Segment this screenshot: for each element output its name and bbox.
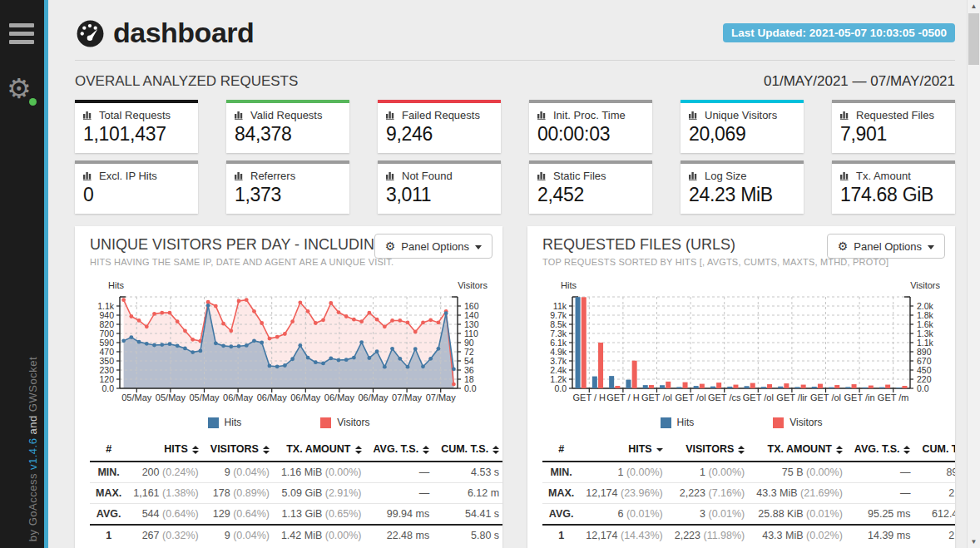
sort-desc-icon [656, 448, 663, 452]
svg-text:6.1k: 6.1k [550, 338, 567, 348]
unique-visitors-chart: 0.00.01201823036350544707259090700110820… [90, 279, 488, 412]
svg-text:06/May: 06/May [223, 392, 254, 402]
column-header-hits[interactable]: HITS [127, 438, 205, 462]
legend-item-hits: Hits [208, 417, 242, 428]
table-cell: 22.48 ms [368, 525, 436, 546]
svg-text:06/May: 06/May [358, 392, 389, 402]
last-updated-badge: Last Updated: 2021-05-07 10:03:05 -0500 [723, 23, 955, 42]
svg-text:2.4k: 2.4k [550, 365, 567, 375]
svg-text:820: 820 [99, 319, 114, 329]
panel-options-button[interactable]: ⚙ Panel Options [827, 234, 945, 259]
sort-icon [263, 446, 270, 454]
table-cell: 9 (0.04%) [205, 462, 275, 483]
metric-label: Static Files [537, 170, 644, 182]
svg-text:120: 120 [99, 374, 114, 384]
settings-gear-icon[interactable]: ⚙ [7, 75, 32, 102]
column-header-avg-t-s-[interactable]: AVG. T.S. [849, 438, 917, 462]
credit-text: by GoAccess v1.4.6 and GWSocket [27, 357, 39, 541]
svg-text:GET /m: GET /m [878, 392, 909, 402]
scrollbar-thumb[interactable] [968, 13, 979, 65]
svg-text:GET /ol: GET /ol [641, 392, 672, 402]
legend-label: Visitors [789, 417, 822, 428]
table-cell: 9 (0.04%) [205, 525, 275, 546]
svg-text:1.1k: 1.1k [97, 301, 115, 311]
svg-text:GET / H: GET / H [573, 392, 606, 402]
svg-text:06/May: 06/May [324, 392, 355, 402]
svg-text:05/May: 05/May [156, 392, 186, 402]
hits-swatch [208, 417, 219, 428]
chevron-down-icon [928, 245, 934, 249]
svg-text:05/May: 05/May [121, 392, 152, 402]
scroll-up-icon[interactable]: ▲ [968, 0, 980, 12]
sort-icon [423, 446, 429, 454]
column-header-visitors[interactable]: VISITORS [205, 438, 275, 462]
table-cell: 612.47 ms [916, 504, 955, 526]
metric-value: 0 [83, 184, 190, 206]
metric-card: Init. Proc. Time00:00:03 [529, 100, 652, 153]
metric-label: Not Found [386, 170, 492, 182]
table-row: MIN.1 (0.00%)1 (0.00%)75 B (0.00%)—89.00… [542, 462, 955, 483]
metric-value: 2,452 [537, 184, 644, 206]
table-cell: 43.3 MiB (21.69%) [750, 483, 849, 504]
table-cell: 12,174 (23.96%) [580, 483, 668, 504]
column-header-avg-t-s-[interactable]: AVG. T.S. [368, 438, 436, 462]
svg-text:0.0: 0.0 [917, 383, 929, 393]
bar-chart-icon [83, 171, 94, 180]
metric-label: Valid Requests [235, 109, 341, 121]
visitors-table: #HITSVISITORSTX. AMOUNTAVG. T.S.CUM. T.S… [90, 438, 502, 546]
metric-card: Static Files2,452 [529, 160, 652, 214]
panel-options-button[interactable]: ⚙ Panel Options [374, 234, 492, 259]
table-row: MIN.200 (0.24%)9 (0.04%)1.16 MiB (0.00%)… [90, 462, 502, 483]
table-cell: 5.09 GiB (2.91%) [275, 483, 368, 504]
column-header--[interactable]: # [90, 438, 127, 462]
row-label: MIN. [542, 462, 580, 483]
table-cell: 1,161 (1.38%) [127, 483, 205, 504]
table-cell: 178 (0.89%) [205, 483, 275, 504]
panel-unique-visitors: UNIQUE VISITORS PER DAY - INCLUDING SPID… [75, 226, 502, 548]
metric-label: Log Size [689, 170, 795, 182]
svg-text:72: 72 [464, 347, 474, 357]
legend-label: Visitors [337, 417, 369, 428]
scroll-down-icon[interactable]: ▼ [968, 536, 980, 548]
panel-options-label: Panel Options [854, 240, 922, 253]
menu-toggle-icon[interactable] [9, 23, 44, 44]
svg-text:4.9k: 4.9k [550, 347, 567, 357]
bar-chart-icon [537, 171, 548, 180]
requested-files-chart: 0.00.01.2k2202.4k4503.7k6704.9k8906.1k1.… [542, 279, 940, 412]
metric-card: Excl. IP Hits0 [75, 160, 198, 214]
svg-text:890: 890 [917, 347, 932, 357]
version-link[interactable]: v1.4.6 [27, 437, 39, 469]
column-header-visitors[interactable]: VISITORS [669, 438, 751, 462]
row-label: AVG. [542, 504, 580, 526]
metric-card: Tx. Amount174.68 GiB [832, 160, 955, 214]
table-cell: — [368, 483, 436, 504]
svg-text:1.3k: 1.3k [917, 328, 934, 338]
metric-value: 1,373 [235, 184, 341, 206]
panel-options-label: Panel Options [401, 240, 469, 253]
scrollbar[interactable]: ▲ ▼ [967, 0, 980, 548]
table-cell: 4.53 s [435, 462, 502, 483]
metric-value: 24.23 MiB [689, 184, 795, 206]
metric-card: Failed Requests9,246 [378, 100, 501, 153]
svg-text:05/May: 05/May [189, 392, 220, 402]
svg-text:590: 590 [99, 338, 114, 348]
requested-files-table: #HITSVISITORSTX. AMOUNTAVG. T.S.CUM. T.S… [542, 438, 955, 546]
column-header-hits[interactable]: HITS [580, 438, 668, 462]
sidebar: ⚙ by GoAccess v1.4.6 and GWSocket [0, 0, 44, 548]
column-header-cum-t-s-[interactable]: CUM. T.S. [916, 438, 955, 462]
column-header--[interactable]: # [542, 438, 580, 462]
svg-text:GET /ol: GET /ol [743, 392, 774, 402]
table-cell: 2.90 m [916, 483, 955, 504]
sort-icon [903, 446, 910, 454]
hits-swatch [661, 417, 671, 428]
table-cell: 89.00 s [916, 462, 955, 483]
column-header-tx-amount[interactable]: TX. AMOUNT [750, 438, 849, 462]
sort-icon [492, 446, 499, 454]
svg-text:GET /ol: GET /ol [810, 392, 841, 402]
column-header-tx-amount[interactable]: TX. AMOUNT [275, 438, 368, 462]
credit-mid: and [27, 412, 39, 437]
column-header-cum-t-s-[interactable]: CUM. T.S. [435, 438, 502, 462]
brand: dashboard [75, 17, 254, 49]
metric-card: Referrers1,373 [226, 160, 349, 214]
credit-suffix: GWSocket [27, 357, 39, 412]
